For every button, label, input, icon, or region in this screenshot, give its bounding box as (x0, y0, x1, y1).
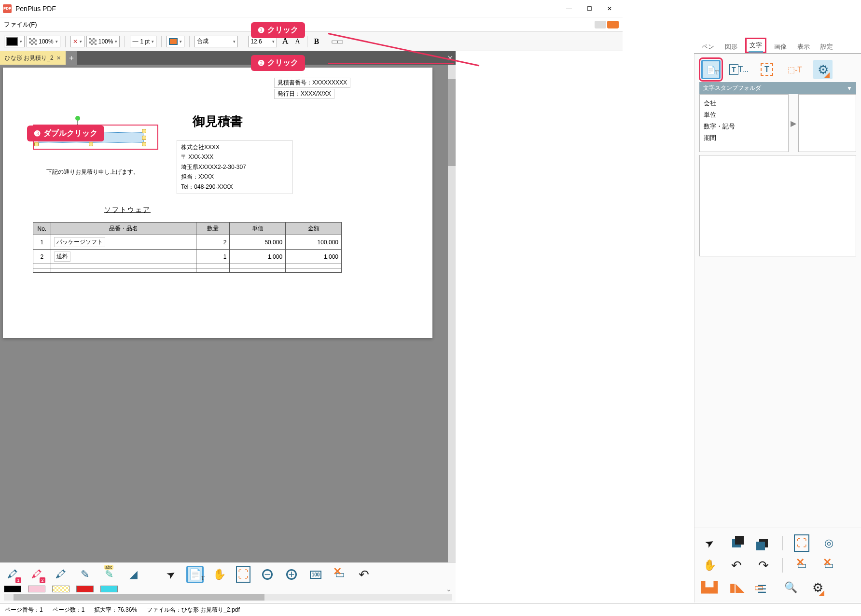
document-page[interactable]: 見積書番号：XXXXXXXXX 発行日：XXXX/X/XX 御見積書 株式会社X… (3, 68, 432, 338)
quote-table: No. 品番・品名 数量 単価 金額 1 パッケージソフト 2 50,000 1… (33, 222, 342, 273)
resize-handle[interactable] (89, 142, 93, 146)
resize-handle[interactable] (34, 142, 39, 146)
software-heading: ソフトウェア (104, 206, 151, 214)
canvas-area[interactable]: 見積書番号：XXXXXXXXX 発行日：XXXX/X/XX 御見積書 株式会社X… (0, 65, 456, 446)
resize-handle[interactable] (142, 129, 146, 133)
menubar: ファイル(F) (0, 17, 623, 32)
collapse-left-icon[interactable] (595, 21, 606, 28)
titlebar: PDF PenPlus PDF ― ☐ ✕ (0, 0, 623, 17)
stroke-width-dropdown[interactable]: —1 pt▾ (130, 36, 156, 47)
stroke-opacity-dropdown[interactable]: 100%▾ (86, 36, 120, 47)
collapse-right-icon[interactable] (607, 21, 619, 28)
quote-note: 下記の通りお見積り申し上げます。 (46, 168, 139, 176)
underline-rule (43, 147, 188, 147)
rotate-handle-icon[interactable] (75, 116, 80, 121)
blend-mode-dropdown[interactable]: 合成▾ (194, 36, 238, 47)
bold-button[interactable]: B (312, 37, 321, 46)
close-tab-icon[interactable]: ✕ (56, 55, 61, 61)
vertical-scrollbar[interactable] (448, 65, 456, 446)
font-smaller-button[interactable]: A (293, 38, 302, 45)
table-row (33, 264, 342, 268)
minimize-button[interactable]: ― (559, 1, 579, 16)
table-row (33, 268, 342, 273)
app-title: PenPlus PDF (15, 5, 56, 13)
resize-handle[interactable] (142, 136, 146, 140)
rect-style-dropdown[interactable]: ▾ (167, 36, 184, 47)
fill-opacity-dropdown[interactable]: 100%▾ (27, 36, 60, 47)
app-logo-icon: PDF (3, 4, 12, 13)
quote-meta: 見積書番号：XXXXXXXXX 発行日：XXXX/X/XX (274, 77, 350, 99)
format-toolbar: ▾ 100%▾ ✕▾ 100%▾ —1 pt▾ ▾ 合成▾ 12.6▾ A A … (0, 32, 623, 51)
callout-2-line (328, 63, 454, 64)
document-tab-label: ひな形 お見積り_2 (5, 54, 54, 62)
callout-3: ❸ダブルクリック (27, 126, 104, 141)
table-row: 1 パッケージソフト 2 50,000 100,000 (33, 235, 342, 250)
add-tab-button[interactable]: ＋ (66, 51, 77, 65)
menu-file[interactable]: ファイル(F) (4, 20, 37, 29)
callout-2: ❷クリック (251, 55, 305, 71)
pages-icon[interactable]: ▭▭ (331, 37, 342, 46)
callout-1: ❶クリック (251, 22, 305, 38)
table-row: 2 送料 1 1,000 1,000 (33, 250, 342, 264)
stroke-none-button[interactable]: ✕▾ (70, 36, 84, 47)
resize-handle[interactable] (142, 142, 146, 146)
close-button[interactable]: ✕ (599, 1, 620, 16)
document-tab[interactable]: ひな形 お見積り_2 ✕ (0, 51, 66, 65)
maximize-button[interactable]: ☐ (579, 1, 599, 16)
company-info-box: 株式会社XXXX 〒 XXX-XXX 埼玉県XXXXX2-2-30-307 担当… (177, 140, 292, 194)
fill-color-picker[interactable]: ▾ (4, 36, 25, 47)
